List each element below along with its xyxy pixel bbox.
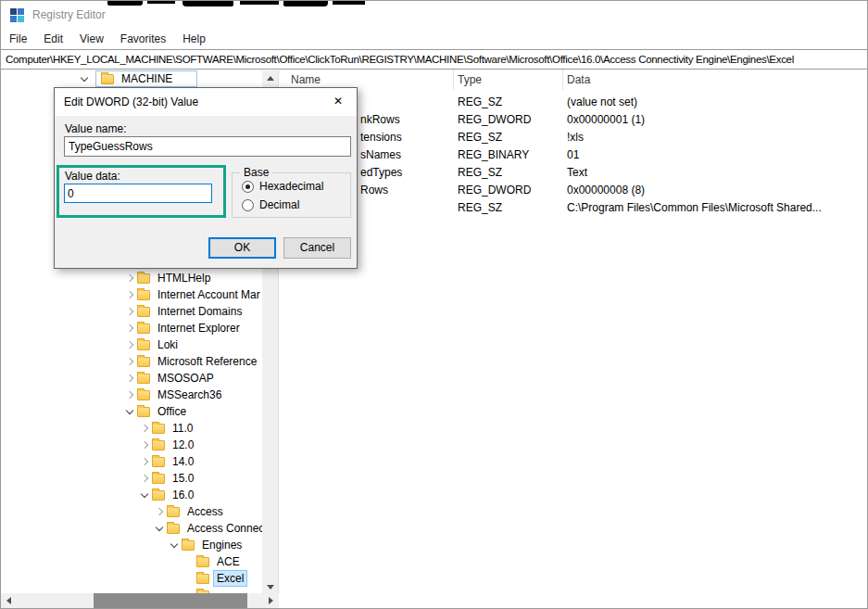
scroll-up-button[interactable] — [262, 70, 278, 86]
tree-item-internet-domains[interactable]: Internet Domains — [1, 303, 263, 320]
column-header-data[interactable]: Data — [563, 70, 867, 90]
tree-item-label: MSOSOAP — [155, 371, 217, 386]
tree-item-msosoap[interactable]: MSOSOAP — [1, 370, 263, 387]
chevron-icon — [182, 554, 196, 569]
menu-item-favorites[interactable]: Favorites — [112, 30, 174, 48]
tree-item-microsoft-reference[interactable]: Microsoft Reference — [1, 353, 263, 370]
folder-icon — [137, 290, 150, 300]
registry-value-row[interactable]: sNames REG_BINARY 01 — [279, 146, 867, 164]
value-type-cell: REG_BINARY — [454, 146, 563, 164]
screenshot-artifact — [333, 1, 365, 5]
radio-unchecked-icon[interactable] — [242, 199, 254, 211]
tree-item-label: 11.0 — [170, 421, 195, 436]
tree-item-htmlhelp[interactable]: HTMLHelp — [1, 270, 263, 286]
chevron-right-icon[interactable] — [137, 438, 152, 452]
scroll-right-button[interactable] — [263, 593, 279, 608]
value-data-input[interactable] — [64, 184, 212, 203]
tree-item-access[interactable]: Access — [1, 503, 263, 520]
registry-value-row[interactable]: tensions REG_SZ !xls — [279, 129, 867, 146]
folder-icon — [152, 474, 165, 484]
folder-icon — [152, 424, 165, 434]
chevron-right-icon[interactable] — [122, 387, 137, 402]
tree-item-machine[interactable]: MACHINE — [1, 70, 197, 87]
tree-item-mssearch36[interactable]: MSSearch36 — [1, 387, 263, 403]
folder-icon — [152, 457, 165, 467]
tree-item-label: Excel — [214, 571, 246, 586]
window-title: Registry Editor — [32, 8, 106, 21]
menu-item-edit[interactable]: Edit — [35, 30, 71, 48]
value-name-input[interactable] — [64, 136, 351, 157]
tree-item-label: Internet Domains — [155, 304, 245, 319]
menu-item-file[interactable]: File — [1, 30, 35, 48]
chevron-right-icon[interactable] — [122, 271, 137, 285]
chevron-down-icon[interactable] — [77, 71, 92, 86]
horizontal-scroll-thumb[interactable] — [94, 593, 247, 608]
tree-item-internet-explorer[interactable]: Internet Explorer — [1, 320, 263, 336]
column-header-type[interactable]: Type — [454, 70, 563, 90]
registry-value-row[interactable]: REG_SZ (value not set) — [279, 94, 867, 111]
base-groupbox-label: Base — [240, 166, 272, 179]
folder-icon — [137, 407, 150, 417]
folder-icon — [137, 357, 150, 367]
registry-value-row[interactable]: edTypes REG_SZ Text — [279, 164, 867, 182]
value-data-cell: 0x00000008 (8) — [563, 182, 867, 199]
chevron-down-icon[interactable] — [137, 488, 152, 502]
tree-item-ace[interactable]: ACE — [1, 553, 263, 570]
radio-decimal-label: Decimal — [259, 198, 299, 211]
chevron-right-icon[interactable] — [122, 354, 137, 369]
menu-bar: File Edit View Favorites Help — [1, 29, 867, 49]
values-list-panel: Name Type Data REG_SZ (value not set) nk… — [279, 70, 867, 608]
tree-item-engines[interactable]: Engines — [1, 537, 263, 553]
base-groupbox: Base Hexadecimal Decimal — [232, 172, 351, 218]
scroll-left-button[interactable] — [1, 593, 17, 608]
tree-item-14-0[interactable]: 14.0 — [1, 453, 263, 470]
tree-item-label: MACHINE — [119, 71, 175, 86]
registry-value-row[interactable]: Rows REG_DWORD 0x00000008 (8) — [279, 182, 867, 199]
address-bar[interactable] — [1, 49, 867, 70]
folder-icon — [152, 440, 165, 450]
chevron-down-icon[interactable] — [122, 404, 137, 419]
tree-item-label: Microsoft Reference — [155, 354, 259, 369]
close-icon[interactable]: ✕ — [320, 88, 357, 115]
value-name-label: Value name: — [65, 122, 127, 135]
registry-value-row[interactable]: REG_SZ C:\Program Files\Common Files\Mic… — [279, 199, 867, 217]
radio-checked-icon[interactable] — [242, 181, 254, 193]
chevron-right-icon[interactable] — [137, 454, 152, 469]
chevron-right-icon[interactable] — [137, 471, 152, 486]
tree-item-12-0[interactable]: 12.0 — [1, 437, 263, 453]
chevron-right-icon[interactable] — [122, 371, 137, 386]
chevron-right-icon[interactable] — [122, 337, 137, 352]
ok-button[interactable]: OK — [208, 237, 276, 259]
chevron-right-icon[interactable] — [122, 304, 137, 319]
value-data-cell: 01 — [563, 146, 867, 164]
tree-item-office[interactable]: Office — [1, 403, 263, 420]
radio-hexadecimal[interactable]: Hexadecimal — [242, 180, 323, 193]
tree-item-loki[interactable]: Loki — [1, 336, 263, 353]
chevron-right-icon[interactable] — [122, 287, 137, 302]
radio-decimal[interactable]: Decimal — [242, 198, 299, 211]
tree-item-internet-account-mar[interactable]: Internet Account Mar — [1, 286, 263, 303]
dialog-title-bar[interactable]: Edit DWORD (32-bit) Value ✕ — [55, 88, 357, 116]
screenshot-artifact — [147, 1, 175, 4]
chevron-down-icon[interactable] — [152, 521, 167, 536]
tree-item-15-0[interactable]: 15.0 — [1, 470, 263, 487]
registry-editor-window: Registry Editor File Edit View Favorites… — [0, 0, 868, 609]
list-header: Name Type Data — [279, 70, 867, 90]
menu-item-view[interactable]: View — [71, 30, 112, 48]
radio-hexadecimal-label: Hexadecimal — [259, 180, 323, 193]
tree-item-excel[interactable]: Excel — [1, 570, 263, 587]
chevron-right-icon[interactable] — [137, 421, 152, 436]
chevron-right-icon[interactable] — [122, 321, 137, 336]
value-data-cell: Text — [563, 164, 867, 182]
chevron-down-icon[interactable] — [167, 538, 182, 552]
cancel-button[interactable]: Cancel — [283, 237, 351, 259]
dialog-title: Edit DWORD (32-bit) Value — [64, 95, 198, 108]
tree-item-11-0[interactable]: 11.0 — [1, 420, 263, 437]
tree-item-access-connec[interactable]: Access Connec — [1, 520, 263, 537]
tree-item-16-0[interactable]: 16.0 — [1, 487, 263, 503]
value-data-label: Value data: — [65, 170, 120, 183]
registry-value-row[interactable]: nkRows REG_DWORD 0x00000001 (1) — [279, 111, 867, 129]
value-type-cell: REG_SZ — [454, 129, 563, 146]
chevron-right-icon[interactable] — [152, 504, 167, 519]
menu-item-help[interactable]: Help — [174, 30, 214, 48]
